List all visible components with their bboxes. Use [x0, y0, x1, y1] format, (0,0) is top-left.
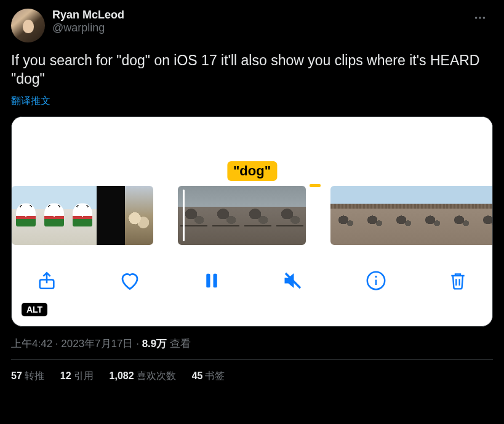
clip-frame	[178, 186, 210, 245]
caption-bubble: "dog"	[227, 161, 277, 181]
clip-frame	[68, 186, 97, 245]
tweet-text: If you search for "dog" on iOS 17 it'll …	[11, 51, 493, 89]
tweet-time[interactable]: 上午4:42	[11, 338, 52, 350]
svg-point-9	[375, 276, 377, 278]
clip-frame	[330, 186, 359, 245]
avatar[interactable]	[11, 9, 45, 42]
more-icon[interactable]	[471, 9, 489, 30]
bookmarks-stat[interactable]: 45书签	[192, 370, 225, 383]
clip-frame	[125, 186, 153, 245]
media-attachment[interactable]: "dog"	[11, 116, 493, 327]
views-count: 8.9万	[142, 338, 167, 350]
tweet-container: Ryan McLeod @warpling If you search for …	[0, 0, 504, 391]
views-label: 查看	[170, 338, 191, 350]
clip-frame	[12, 186, 40, 245]
trash-icon[interactable]	[448, 270, 468, 291]
media-header: "dog"	[12, 117, 492, 186]
tweet-stats: 57转推 12引用 1,082喜欢次数 45书签	[11, 360, 493, 383]
clip-frame	[274, 186, 306, 245]
clip-group[interactable]	[12, 186, 153, 245]
media-toolbar	[12, 245, 492, 300]
clip-frame	[417, 186, 446, 245]
clip-frame	[242, 186, 274, 245]
caption-tick	[310, 184, 321, 187]
tweet-header: Ryan McLeod @warpling	[11, 9, 493, 42]
mute-icon[interactable]	[282, 270, 304, 292]
clip-frame	[446, 186, 475, 245]
svg-point-1	[479, 17, 481, 19]
svg-point-2	[483, 17, 486, 19]
user-info: Ryan McLeod @warpling	[52, 9, 124, 42]
svg-rect-5	[213, 273, 217, 287]
alt-badge[interactable]: ALT	[22, 303, 47, 316]
info-icon[interactable]	[366, 270, 386, 291]
clip-frame	[359, 186, 388, 245]
svg-point-0	[475, 17, 478, 19]
quotes-stat[interactable]: 12引用	[60, 370, 94, 383]
display-name[interactable]: Ryan McLeod	[52, 9, 124, 22]
retweets-stat[interactable]: 57转推	[11, 370, 44, 383]
heart-icon[interactable]	[119, 270, 141, 292]
clip-frame	[388, 186, 417, 245]
clip-frame	[475, 186, 492, 245]
clip-frame	[210, 186, 242, 245]
tweet-meta: 上午4:42 · 2023年7月17日 · 8.9万 查看	[11, 337, 493, 360]
share-icon[interactable]	[36, 270, 57, 291]
translate-link[interactable]: 翻译推文	[11, 95, 50, 108]
tweet-date[interactable]: 2023年7月17日	[61, 338, 133, 350]
clip-frame	[97, 186, 125, 245]
svg-rect-4	[206, 273, 210, 287]
clip-frame	[40, 186, 68, 245]
video-timeline[interactable]	[12, 186, 492, 245]
clip-group[interactable]	[330, 186, 492, 245]
tweet-header-left: Ryan McLeod @warpling	[11, 9, 124, 42]
clip-group[interactable]	[178, 186, 306, 245]
likes-stat[interactable]: 1,082喜欢次数	[110, 370, 176, 383]
user-handle[interactable]: @warpling	[52, 22, 124, 34]
pause-icon[interactable]	[202, 270, 221, 291]
